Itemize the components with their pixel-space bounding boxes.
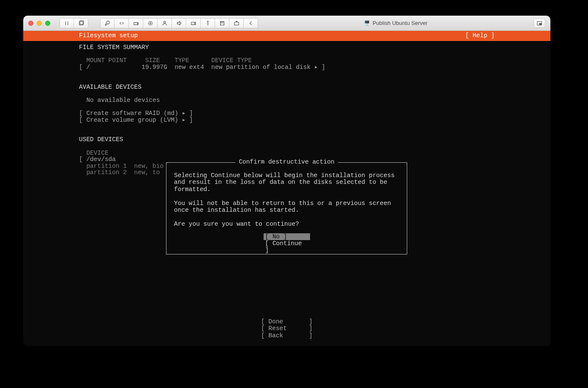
partition-1: partition 1 new, bio <box>79 163 163 169</box>
fs-row-root[interactable]: [ / 19.997G new ext4 new partition of lo… <box>79 64 325 71</box>
dialog-p3: Are you sure you want to continue? <box>174 221 299 227</box>
window-title-text: Publish Ubuntu Server <box>373 20 427 26</box>
terminal: Filesystem setup [ Help ] FILE SYSTEM SU… <box>23 31 550 346</box>
chevron-left-icon[interactable] <box>244 18 258 28</box>
installer-body: FILE SYSTEM SUMMARY MOUNT POINT SIZE TYP… <box>23 41 550 176</box>
dialog-p1: Selecting Continue below will begin the … <box>174 172 398 193</box>
confirm-dialog: Confirm destructive action Selecting Con… <box>166 162 407 254</box>
close-window-button[interactable] <box>28 21 33 26</box>
camera-icon[interactable] <box>186 18 201 28</box>
svg-rect-9 <box>221 21 223 23</box>
dialog-continue-button[interactable]: [ Continue ] <box>264 240 310 254</box>
used-heading: USED DEVICES <box>79 136 123 143</box>
expand-icon[interactable] <box>114 18 129 28</box>
help-button[interactable]: [ Help ] <box>465 33 495 39</box>
create-lvm-button[interactable]: [ Create volume group (LVM) ▸ ] <box>79 117 193 123</box>
share-icon[interactable] <box>229 18 244 28</box>
no-available-devices: No available devices <box>79 97 160 104</box>
available-heading: AVAILABLE DEVICES <box>79 84 142 90</box>
dialog-body: Selecting Continue below will begin the … <box>166 163 407 227</box>
window-controls <box>28 21 50 26</box>
svg-point-4 <box>148 21 152 25</box>
footer-buttons: [ Done ] [ Reset ] [ Back ] <box>23 318 550 339</box>
fs-summary-heading: FILE SYSTEM SUMMARY <box>79 44 149 51</box>
minimize-window-button[interactable] <box>37 21 42 26</box>
svg-rect-10 <box>234 22 239 25</box>
svg-rect-7 <box>191 22 194 25</box>
wrench-icon[interactable] <box>100 18 114 28</box>
installer-title: Filesystem setup <box>79 33 138 39</box>
back-button[interactable]: [ Back ] <box>261 332 313 339</box>
svg-point-3 <box>137 23 137 24</box>
dialog-no-button[interactable]: [ No ] <box>264 233 310 240</box>
window-title: 🖥️ Publish Ubuntu Server <box>261 20 530 26</box>
pause-vm-button[interactable] <box>60 18 74 28</box>
app-icon: 🖥️ <box>364 20 370 26</box>
partition-2: partition 2 new, to <box>79 169 160 176</box>
done-button[interactable]: [ Done ] <box>261 318 313 325</box>
reset-button[interactable]: [ Reset ] <box>261 325 313 332</box>
installer-header: Filesystem setup [ Help ] <box>23 31 550 41</box>
usb-icon[interactable] <box>201 18 215 28</box>
create-raid-button[interactable]: [ Create software RAID (md) ▸ ] <box>79 110 193 117</box>
sound-icon[interactable] <box>172 18 186 28</box>
svg-rect-12 <box>539 23 541 25</box>
used-columns: DEVICE <box>79 150 109 156</box>
hdd-icon[interactable] <box>129 18 143 28</box>
fs-columns: MOUNT POINT SIZE TYPE DEVICE TYPE <box>79 57 252 64</box>
user-icon[interactable] <box>158 18 172 28</box>
pip-icon[interactable] <box>534 19 545 28</box>
dialog-p2: You will not be able to return to this o… <box>174 200 395 213</box>
snapshots-button[interactable] <box>74 18 88 28</box>
device-sda[interactable]: [ /dev/sda <box>79 156 116 163</box>
cd-icon[interactable] <box>143 18 158 28</box>
svg-point-6 <box>163 21 165 23</box>
titlebar: 🖥️ Publish Ubuntu Server <box>23 16 550 31</box>
zoom-window-button[interactable] <box>45 21 50 26</box>
svg-point-5 <box>150 22 151 24</box>
vm-window: 🖥️ Publish Ubuntu Server Filesystem setu… <box>23 16 550 346</box>
floppy-icon[interactable] <box>215 18 229 28</box>
dialog-title: Confirm destructive action <box>166 159 407 166</box>
